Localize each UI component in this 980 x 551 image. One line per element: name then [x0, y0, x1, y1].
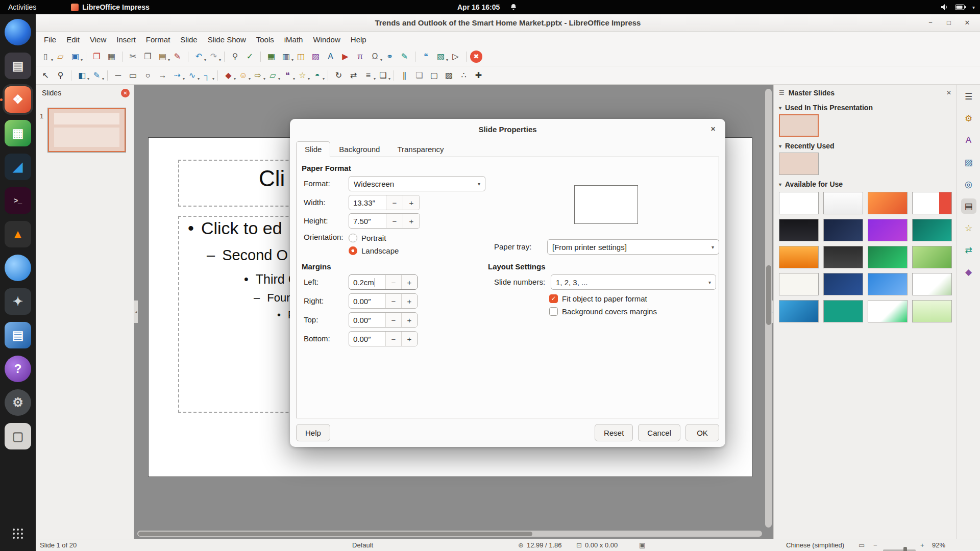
insert-textbox-icon[interactable]: A [324, 49, 337, 63]
master-thumbnail[interactable] [823, 246, 863, 268]
cancel-button[interactable]: Cancel [638, 424, 680, 441]
cut-icon[interactable]: ✂ [126, 49, 140, 63]
glue-points-icon[interactable]: ✚ [472, 68, 485, 82]
connectors-icon[interactable]: ┐ [200, 68, 214, 82]
master-thumbnail[interactable] [779, 246, 819, 268]
section-recently-used[interactable]: ▾ Recently Used [774, 139, 957, 152]
margin-left-stepper[interactable]: 0.2cm − + [349, 274, 418, 290]
margin-left-increment-button[interactable]: + [401, 275, 417, 289]
zoom-slider-track[interactable] [883, 549, 916, 551]
master-thumbnail[interactable] [868, 300, 908, 322]
zoom-slider-thumb[interactable] [903, 547, 907, 551]
show-applications-button[interactable] [5, 520, 31, 547]
section-available-for-use[interactable]: ▾ Available for Use [774, 178, 957, 190]
zoom-percent[interactable]: 92% [932, 539, 945, 551]
dock-vlc[interactable]: ▲ [5, 221, 31, 247]
master-thumbnail[interactable] [779, 219, 819, 241]
animation-icon[interactable]: ☆ [961, 220, 976, 236]
collapse-left-panel-handle[interactable]: ◂ [134, 300, 138, 323]
background-covers-checkbox[interactable] [549, 307, 558, 316]
width-stepper[interactable]: 13.33″ − + [349, 195, 420, 210]
arrow-icon[interactable]: → [156, 68, 169, 82]
distribution-icon[interactable]: ∥ [398, 68, 411, 82]
margin-left-decrement-button[interactable]: − [385, 275, 401, 289]
language-status[interactable]: Chinese (simplified) [786, 539, 844, 551]
close-master-panel-button[interactable]: ✕ [946, 89, 951, 96]
close-preview-icon[interactable]: ✖ [470, 51, 482, 63]
menu-imath[interactable]: iMath [279, 34, 308, 45]
insert-image-icon[interactable]: ▨ [309, 49, 323, 63]
master-thumbnail[interactable] [823, 219, 863, 241]
horizontal-scrollbar-thumb[interactable] [138, 532, 532, 536]
master-thumbnail[interactable] [823, 273, 863, 295]
zoom-out-button[interactable]: − [873, 539, 877, 551]
paper-tray-select[interactable]: [From printer settings] ▾ [547, 239, 719, 255]
slide-transition-icon[interactable]: ⇄ [961, 242, 976, 258]
menu-help[interactable]: Help [346, 34, 372, 45]
save-status[interactable]: ▣ [639, 539, 645, 551]
margin-top-increment-button[interactable]: + [401, 313, 417, 327]
master-thumbnail[interactable] [868, 246, 908, 268]
section-used-in-presentation[interactable]: ▾ Used In This Presentation [774, 101, 957, 113]
cursor-position-status[interactable]: ⊕ 12.99 / 1.86 [518, 539, 562, 551]
margin-bottom-stepper[interactable]: 0.00″ − + [349, 331, 418, 346]
system-tray[interactable]: ▾ [941, 4, 975, 11]
ok-button[interactable]: OK [685, 424, 719, 441]
margin-right-decrement-button[interactable]: − [385, 294, 401, 308]
dock-files[interactable]: ▤ [5, 53, 31, 79]
undo-icon[interactable]: ↶ [192, 49, 206, 63]
stars-banners-icon[interactable]: ☆ [296, 68, 309, 82]
paste-icon[interactable]: ▤ [156, 49, 169, 63]
margin-left-value[interactable]: 0.2cm [349, 275, 385, 289]
insert-chart-icon[interactable]: ◫ [294, 49, 308, 63]
gallery-icon[interactable]: ▨ [961, 155, 976, 170]
callout-shapes-icon[interactable]: ❝ [281, 68, 295, 82]
margin-right-value[interactable]: 0.00″ [349, 294, 385, 308]
clone-formatting-icon[interactable]: ✎ [170, 49, 184, 63]
curves-icon[interactable]: ∿ [185, 68, 199, 82]
master-thumb-recent[interactable] [779, 153, 819, 175]
horizontal-scrollbar[interactable] [137, 531, 762, 537]
open-file-icon[interactable]: ▱ [54, 49, 67, 63]
new-document-icon[interactable]: ▯ [39, 49, 53, 63]
crop-icon[interactable]: ▢ [427, 68, 441, 82]
tab-transparency[interactable]: Transparency [388, 141, 452, 157]
menu-view[interactable]: View [85, 34, 111, 45]
basic-shapes-icon[interactable]: ◆ [222, 68, 235, 82]
slide-numbers-select[interactable]: 1, 2, 3, ... ▾ [551, 274, 716, 290]
close-slides-panel-button[interactable]: ✕ [121, 89, 130, 97]
height-increment-button[interactable]: + [403, 214, 420, 228]
copy-icon[interactable]: ❐ [141, 49, 155, 63]
new-slide-icon[interactable]: ▧ [434, 49, 448, 63]
zoom-icon[interactable]: ⚲ [54, 68, 67, 82]
print-icon[interactable]: ▦ [105, 49, 118, 63]
minimize-button[interactable]: − [925, 17, 936, 29]
vertical-scrollbar[interactable] [765, 89, 772, 528]
start-slideshow-icon[interactable]: ▷ [449, 49, 462, 63]
close-window-button[interactable]: ✕ [962, 17, 973, 29]
dock-help[interactable]: ? [5, 356, 31, 382]
menu-slide-show[interactable]: Slide Show [203, 34, 251, 45]
help-button[interactable]: Help [296, 424, 330, 441]
menu-tools[interactable]: Tools [251, 34, 279, 45]
arrange-icon[interactable]: ❏ [376, 68, 390, 82]
dock-calc[interactable]: ▦ [5, 120, 31, 146]
format-select[interactable]: Widescreen ▾ [349, 176, 485, 191]
fit-object-checkbox[interactable]: ✓ [549, 294, 558, 303]
master-thumbnail[interactable] [779, 300, 819, 322]
master-thumb-used[interactable] [779, 114, 819, 137]
portrait-radio[interactable] [349, 234, 357, 242]
shadow-icon[interactable]: ❏ [412, 68, 426, 82]
activities-button[interactable]: Activities [0, 0, 44, 14]
master-thumbnail[interactable] [823, 192, 863, 214]
reset-button[interactable]: Reset [595, 424, 633, 441]
master-thumbnail[interactable] [912, 192, 952, 214]
menu-insert[interactable]: Insert [111, 34, 141, 45]
height-decrement-button[interactable]: − [386, 214, 403, 228]
block-arrows-icon[interactable]: ⇨ [251, 68, 265, 82]
rotate-icon[interactable]: ↻ [332, 68, 346, 82]
focused-app-indicator[interactable]: LibreOffice Impress [71, 3, 150, 11]
export-pdf-icon[interactable]: ❐ [90, 49, 104, 63]
master-thumbnail[interactable] [868, 192, 908, 214]
master-thumbnail[interactable] [912, 300, 952, 322]
